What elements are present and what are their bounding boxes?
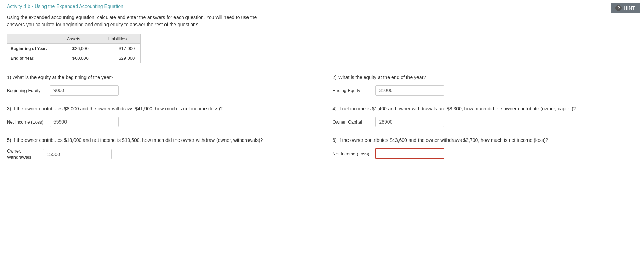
question-2-block: 2) What is the equity at the end of the … bbox=[333, 74, 637, 96]
question-6-input[interactable] bbox=[375, 148, 444, 159]
question-3-input[interactable] bbox=[50, 117, 119, 127]
question-4-input[interactable] bbox=[375, 117, 444, 127]
question-2-input[interactable] bbox=[375, 85, 444, 96]
row-assets-end: $60,000 bbox=[53, 53, 94, 63]
data-table-section: Assets Liabilities Beginning of Year: $2… bbox=[0, 34, 644, 70]
question-3-answer-row: Net Income (Loss) bbox=[7, 117, 312, 127]
page-title: Activity 4.b - Using the Expanded Accoun… bbox=[0, 0, 644, 11]
question-4-text: 4) If net income is $1,400 and owner wit… bbox=[333, 105, 602, 113]
question-1-block: 1) What is the equity at the beginning o… bbox=[7, 74, 312, 96]
right-column: 2) What is the equity at the end of the … bbox=[319, 70, 644, 177]
row-assets-beginning: $26,000 bbox=[53, 44, 94, 53]
question-3-block: 3) If the owner contributes $8,000 and t… bbox=[7, 105, 312, 127]
question-icon: ? bbox=[615, 5, 622, 11]
question-1-input[interactable] bbox=[50, 85, 119, 96]
question-5-block: 5) If the owner contributes $18,000 and … bbox=[7, 137, 312, 160]
table-header-liabilities: Liabilities bbox=[94, 34, 140, 44]
question-6-answer-row: Net Income (Loss) bbox=[333, 148, 637, 159]
question-5-input[interactable] bbox=[43, 149, 112, 159]
left-column: 1) What is the equity at the beginning o… bbox=[0, 70, 319, 177]
question-6-label: Net Income (Loss) bbox=[333, 151, 371, 156]
question-4-answer-row: Owner, Capital bbox=[333, 117, 637, 127]
question-5-answer-row: Owner, Withdrawals bbox=[7, 148, 312, 160]
assets-liabilities-table: Assets Liabilities Beginning of Year: $2… bbox=[7, 34, 141, 63]
question-3-label: Net Income (Loss) bbox=[7, 119, 45, 125]
table-row: Beginning of Year: $26,000 $17,000 bbox=[7, 44, 141, 53]
question-6-block: 6) If the owner contributes $43,600 and … bbox=[333, 137, 637, 159]
question-2-label: Ending Equity bbox=[333, 88, 371, 93]
table-header-empty bbox=[7, 34, 53, 44]
question-6-text: 6) If the owner contributes $43,600 and … bbox=[333, 137, 602, 144]
row-liabilities-end: $29,000 bbox=[94, 53, 140, 63]
question-5-text: 5) If the owner contributes $18,000 and … bbox=[7, 137, 276, 144]
question-2-text: 2) What is the equity at the end of the … bbox=[333, 74, 602, 81]
row-liabilities-beginning: $17,000 bbox=[94, 44, 140, 53]
hint-button[interactable]: ? HINT bbox=[611, 3, 640, 13]
question-1-text: 1) What is the equity at the beginning o… bbox=[7, 74, 276, 81]
question-4-block: 4) If net income is $1,400 and owner wit… bbox=[333, 105, 637, 127]
question-1-label: Beginning Equity bbox=[7, 88, 45, 93]
questions-section: 1) What is the equity at the beginning o… bbox=[0, 70, 644, 177]
instructions-text: Using the expanded accounting equation, … bbox=[0, 11, 283, 34]
hint-label: HINT bbox=[624, 5, 635, 11]
row-label-end: End of Year: bbox=[7, 53, 53, 63]
question-2-answer-row: Ending Equity bbox=[333, 85, 637, 96]
question-3-text: 3) If the owner contributes $8,000 and t… bbox=[7, 105, 276, 113]
question-1-answer-row: Beginning Equity bbox=[7, 85, 312, 96]
table-row: End of Year: $60,000 $29,000 bbox=[7, 53, 141, 63]
question-4-label: Owner, Capital bbox=[333, 119, 371, 125]
table-header-assets: Assets bbox=[53, 34, 94, 44]
row-label-beginning: Beginning of Year: bbox=[7, 44, 53, 53]
question-5-label: Owner, Withdrawals bbox=[7, 148, 38, 160]
